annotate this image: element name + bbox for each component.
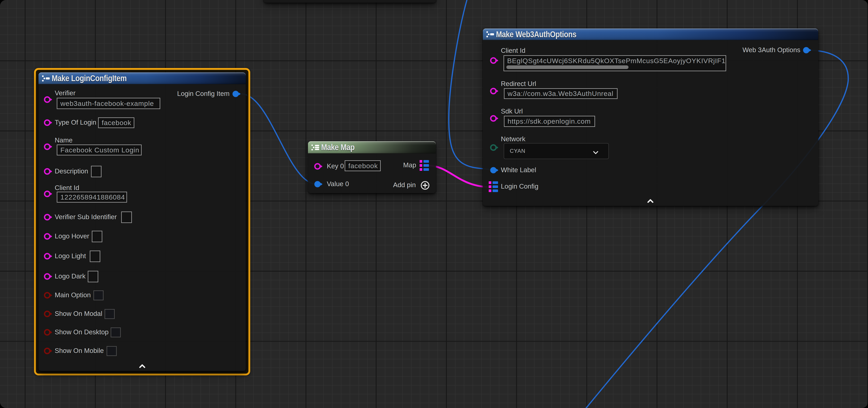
node-title: Make Web3AuthOptions [496,30,577,39]
map-pin[interactable] [489,181,498,193]
bool-pin[interactable] [43,292,54,300]
text-input-empty[interactable] [88,271,98,282]
pin-label: Verifier [55,89,75,97]
pin-row-logo-dark: Logo Dark [38,72,246,371]
text-input-value: Facebook Custom Login [57,146,142,154]
checkbox-unchecked[interactable] [106,346,117,356]
offscreen-node-bottom-edge[interactable] [264,0,436,3]
pin-row-white-label: White Label [483,29,818,206]
pin-row-out-web-3auth-options: Web 3Auth Options [483,29,818,206]
node-make-map[interactable]: Make Map Key 0facebook Value 0MapAdd pin [308,141,436,193]
text-input[interactable]: web3auth-facebook-example [57,98,160,109]
pin-label: Logo Light [55,252,86,260]
node-header[interactable]: Make Web3AuthOptions [483,29,818,40]
blueprint-graph-canvas[interactable]: Make LoginConfigItem Verifierweb3auth-fa… [0,0,868,408]
string-pin[interactable] [43,119,54,127]
pin-row-verifier: Verifierweb3auth-facebook-example [38,72,246,371]
string-pin[interactable] [43,96,54,104]
pin-row-show-on-desktop: Show On Desktop [38,72,246,371]
horizontal-scrollbar-thumb[interactable] [506,65,628,69]
add-pin-label: Add pin [393,181,416,189]
pin-row-out-login-config-item: Login Config Item [38,72,246,371]
dropdown-value: CYAN [510,148,525,154]
bool-pin[interactable] [43,347,54,355]
node-header[interactable]: Make LoginConfigItem [38,72,246,84]
checkbox-unchecked[interactable] [104,309,115,319]
text-input-empty[interactable] [92,231,102,242]
text-input-value: w3a://com.w3a.Web3AuthUnreal [504,90,617,98]
pin-row-sdk-url: Sdk Urlhttps://sdk.openlogin.com [483,29,818,206]
pin-label: Login Config [501,182,538,190]
pin-label: Sdk Url [501,107,523,115]
make-struct-icon [42,75,50,81]
pin-label: Logo Hover [55,232,89,240]
pin-label: Description [55,167,88,175]
pin-label: Show On Mobile [55,347,104,354]
string-pin[interactable] [43,168,54,176]
text-input[interactable]: BEglQSgt4cUWcj6SKRdu5QkOXTsePmMcusG5EAoy… [503,55,726,71]
node-header[interactable]: Make Map [308,141,436,154]
text-input-value: 1222658941886084 [57,193,127,201]
text-input-value: facebook [99,119,134,127]
text-input-empty[interactable] [91,166,101,177]
text-input[interactable]: facebook [345,160,381,171]
text-input-empty[interactable] [121,211,132,223]
string-pin[interactable] [490,115,500,123]
string-pin[interactable] [490,57,500,65]
pin-row-logo-light: Logo Light [38,72,246,371]
checkbox-unchecked[interactable] [111,328,121,337]
pin-row-logo-hover: Logo Hover [38,72,246,371]
struct-pin[interactable] [231,90,242,99]
pin-label: Client Id [501,47,525,55]
make-struct-icon [486,31,495,37]
text-input[interactable]: 1222658941886084 [57,192,127,203]
text-input[interactable]: https://sdk.openlogin.com [504,116,595,127]
pin-label: Key 0 [327,162,344,170]
pin-row-name: NameFacebook Custom Login [38,72,246,371]
struct-pin[interactable] [489,166,500,175]
text-input[interactable]: facebook [98,117,134,128]
enum-pin[interactable] [490,144,500,152]
string-pin[interactable] [314,163,324,171]
pin-label: Redirect Url [501,80,536,88]
string-pin[interactable] [43,143,54,151]
pin-label: Network [501,135,525,143]
text-input[interactable]: Facebook Custom Login [57,144,142,156]
pin-row-type-of-login: Type Of Loginfacebook [38,72,246,371]
struct-pin[interactable] [313,180,324,189]
text-input-value: BEglQSgt4cUWcj6SKRdu5QkOXTsePmMcusG5EAoy… [504,57,726,65]
text-input-empty[interactable] [90,250,100,262]
pin-label: Login Config Item [177,90,229,98]
chevron-down-icon [593,149,599,156]
node-make-web3authoptions[interactable]: Make Web3AuthOptions Client IdBEglQSgt4c… [483,29,818,206]
bool-pin[interactable] [43,310,54,318]
checkbox-unchecked[interactable] [93,291,103,300]
string-pin[interactable] [43,252,54,261]
string-pin[interactable] [43,273,54,281]
text-input-value: https://sdk.openlogin.com [504,117,594,125]
wire-loginconfigitem-to-value0[interactable] [241,94,317,184]
pin-label: Main Option [55,291,91,299]
circle-plus-icon[interactable] [420,180,430,191]
collapse-chevron-up-icon[interactable] [138,364,146,370]
pin-row-show-on-modal: Show On Modal [38,72,246,371]
pin-label: Name [55,136,72,144]
string-pin[interactable] [43,233,54,241]
pin-label: Show On Modal [55,310,102,317]
pin-label: Logo Dark [55,272,86,280]
text-input[interactable]: w3a://com.w3a.Web3AuthUnreal [504,88,618,99]
pin-row-verifier-sub-identifier: Verifier Sub Identifier [38,72,246,371]
pin-label: Verifier Sub Identifier [55,213,117,221]
node-make-loginconfigitem[interactable]: Make LoginConfigItem Verifierweb3auth-fa… [38,72,246,371]
string-pin[interactable] [43,213,54,222]
string-pin[interactable] [490,88,500,96]
network-dropdown[interactable]: CYAN [504,143,609,159]
map-pin[interactable] [420,160,429,172]
collapse-chevron-up-icon[interactable] [646,199,654,204]
struct-pin[interactable] [802,46,813,55]
text-input-value: web3auth-facebook-example [57,100,157,107]
string-pin[interactable] [43,190,54,198]
make-map-icon [311,144,320,150]
bool-pin[interactable] [43,329,54,337]
pin-row-network: NetworkCYAN [483,29,818,206]
